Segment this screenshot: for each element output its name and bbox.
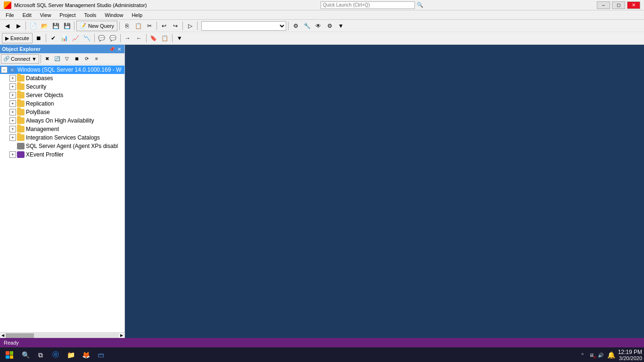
oe-sync-button[interactable]: ⟳ — [82, 54, 91, 64]
new-file-button[interactable]: 📄 — [28, 21, 38, 31]
expand-management[interactable]: + — [9, 126, 16, 132]
search-taskbar-button[interactable]: 🔍 — [19, 348, 32, 362]
comment-button[interactable]: 💬 — [97, 33, 107, 43]
open-button[interactable]: 📂 — [39, 21, 50, 31]
scroll-track[interactable] — [6, 333, 119, 338]
cut-button[interactable]: ✂ — [144, 21, 155, 31]
stop-button[interactable]: ⏹ — [33, 33, 44, 43]
undo-button[interactable]: ↩ — [159, 21, 169, 31]
uncomment-button[interactable]: 💬 — [108, 33, 118, 43]
oe-titlebar-controls[interactable]: 📌 ✕ — [108, 46, 123, 52]
expand-integration[interactable]: + — [9, 134, 16, 141]
tools-button[interactable]: 🔧 — [302, 21, 312, 31]
actual-plan-button[interactable]: 📈 — [71, 33, 81, 43]
oe-disconnect-button[interactable]: ✖ — [42, 54, 52, 64]
server-expand-button[interactable]: − — [1, 66, 8, 73]
copy-button[interactable]: ⎘ — [122, 21, 132, 31]
ie-taskbar-button[interactable]: ⓔ — [49, 348, 62, 362]
scroll-thumb[interactable] — [6, 333, 34, 338]
oe-toolbar: 🔗 Connect ▼ ✖ 🔄 ▽ ⏹ ⟳ ≡ — [0, 53, 124, 65]
oe-close-button[interactable]: ✕ — [116, 46, 123, 52]
debug-button[interactable]: ▷ — [185, 21, 195, 31]
new-query-button[interactable]: 📝 New Query — [76, 21, 117, 31]
execute-button[interactable]: ▶ Execute — [2, 33, 33, 43]
oe-pin-button[interactable]: 📌 — [108, 46, 115, 52]
unindent-button[interactable]: ← — [134, 33, 144, 43]
scroll-left-button[interactable]: ◀ — [0, 333, 6, 338]
indent-button[interactable]: → — [123, 33, 133, 43]
folder-icon-management — [17, 126, 25, 132]
app-taskbar-button[interactable]: 🗃 — [94, 348, 107, 362]
oe-options-button[interactable]: ≡ — [92, 54, 101, 64]
task-view-button[interactable]: ⧉ — [34, 348, 47, 362]
tree-item-polybase[interactable]: + PolyBase — [0, 108, 124, 116]
tree-item-security[interactable]: + Security — [0, 82, 124, 91]
oe-horizontal-scrollbar[interactable]: ◀ ▶ — [0, 332, 124, 338]
tree-item-replication[interactable]: + Replication — [0, 99, 124, 108]
menu-view[interactable]: View — [36, 12, 55, 18]
firefox-taskbar-button[interactable]: 🦊 — [79, 348, 92, 362]
tree-item-management[interactable]: + Management — [0, 125, 124, 133]
expand-security[interactable]: + — [9, 83, 16, 90]
oe-stop-button[interactable]: ⏹ — [72, 54, 82, 64]
dropdown-button2[interactable]: ▼ — [174, 33, 185, 43]
status-text: Ready — [4, 340, 19, 346]
quick-launch-input[interactable] — [321, 1, 415, 9]
tree-item-xevent[interactable]: + XEvent Profiler — [0, 150, 124, 159]
dropdown-arrow-button[interactable]: ▼ — [336, 21, 346, 31]
title-search-area[interactable]: 🔍 — [321, 1, 423, 9]
scroll-right-button[interactable]: ▶ — [119, 333, 124, 338]
oe-separator-1 — [41, 55, 41, 63]
tree-item-databases[interactable]: + Databases — [0, 74, 124, 82]
paste-button[interactable]: 📋 — [133, 21, 143, 31]
label-management: Management — [26, 126, 59, 132]
clock-time: 12:19 PM — [618, 349, 642, 355]
restore-button[interactable]: ◻ — [612, 1, 625, 9]
menu-help[interactable]: Help — [128, 12, 146, 18]
save-all-button[interactable]: 💾 — [62, 21, 72, 31]
database-selector[interactable] — [201, 21, 286, 31]
folder-taskbar-button[interactable]: 📁 — [64, 348, 77, 362]
forward-button[interactable]: ▶ — [13, 21, 24, 31]
tray-volume-icon[interactable]: 🔊 — [597, 351, 604, 359]
oe-refresh-button[interactable]: 🔄 — [52, 54, 62, 64]
settings-button[interactable]: ⚙ — [324, 21, 335, 31]
notification-icon[interactable]: 🔔 — [607, 351, 615, 359]
menu-edit[interactable]: Edit — [19, 12, 35, 18]
menu-file[interactable]: File — [2, 12, 18, 18]
expand-server-objects[interactable]: + — [9, 92, 16, 99]
properties-button[interactable]: ⚙ — [290, 21, 301, 31]
minimize-button[interactable]: – — [597, 1, 610, 9]
tray-arrow-icon[interactable]: ^ — [579, 351, 586, 359]
tray-network-icon[interactable]: 🖥 — [588, 351, 595, 359]
title-controls[interactable]: – ◻ ✕ — [597, 1, 640, 9]
new-query-label: New Query — [88, 23, 114, 29]
parse-button[interactable]: ✔ — [48, 33, 58, 43]
system-clock[interactable]: 12:19 PM 3/20/2020 — [618, 349, 642, 361]
results-button[interactable]: 📋 — [160, 33, 170, 43]
tree-item-integration[interactable]: + Integration Services Catalogs — [0, 133, 124, 142]
save-button[interactable]: 💾 — [50, 21, 61, 31]
server-node[interactable]: − S Windows (SQL Server 14.0.1000.169 - … — [0, 66, 124, 74]
oe-connect-button[interactable]: 🔗 Connect ▼ — [1, 54, 39, 64]
client-stats-button[interactable]: 📉 — [82, 33, 92, 43]
expand-always-on[interactable]: + — [9, 117, 16, 124]
expand-xevent[interactable]: + — [9, 151, 16, 158]
display-plan-button[interactable]: 📊 — [59, 33, 70, 43]
view-button[interactable]: 👁 — [313, 21, 323, 31]
bookmark-button[interactable]: 🔖 — [149, 33, 159, 43]
tree-item-server-objects[interactable]: + Server Objects — [0, 91, 124, 99]
tree-item-sql-agent[interactable]: SQL Server Agent (Agent XPs disabl — [0, 142, 124, 150]
redo-button[interactable]: ↪ — [170, 21, 181, 31]
expand-polybase[interactable]: + — [9, 109, 16, 115]
menu-window[interactable]: Window — [101, 12, 127, 18]
expand-databases[interactable]: + — [9, 75, 16, 82]
menu-project[interactable]: Project — [56, 12, 79, 18]
tree-item-always-on[interactable]: + Always On High Availability — [0, 116, 124, 125]
menu-tools[interactable]: Tools — [81, 12, 100, 18]
oe-filter-button[interactable]: ▽ — [62, 54, 72, 64]
start-button[interactable] — [2, 348, 17, 362]
expand-replication[interactable]: + — [9, 100, 16, 107]
back-button[interactable]: ◀ — [2, 21, 12, 31]
close-button[interactable]: ✕ — [627, 1, 640, 9]
